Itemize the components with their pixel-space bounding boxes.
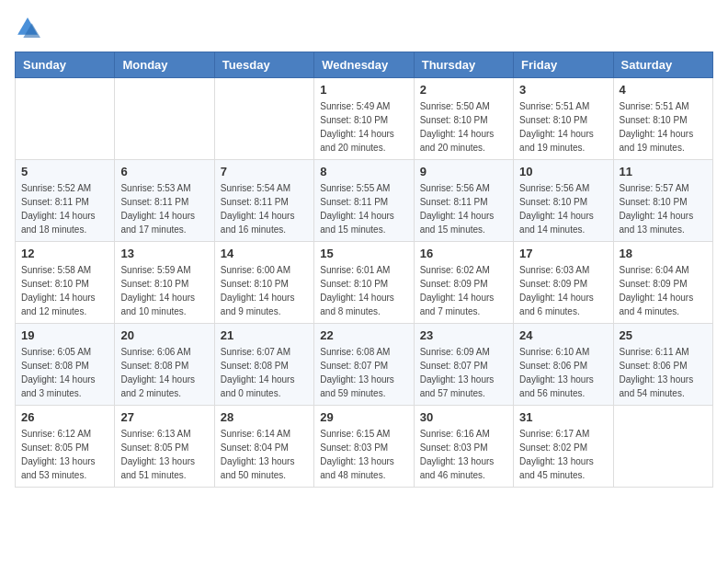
calendar-cell: 8Sunrise: 5:55 AM Sunset: 8:11 PM Daylig… [314,160,414,242]
calendar-cell: 27Sunrise: 6:13 AM Sunset: 8:05 PM Dayli… [115,406,214,488]
day-number: 14 [221,247,308,260]
day-info: Sunrise: 6:10 AM Sunset: 8:06 PM Dayligh… [519,345,607,400]
day-number: 11 [620,165,707,178]
day-number: 9 [420,165,507,178]
day-number: 26 [21,410,108,424]
day-number: 4 [620,83,707,97]
day-number: 2 [420,83,507,97]
calendar-cell: 18Sunrise: 6:04 AM Sunset: 8:09 PM Dayli… [613,242,712,324]
day-info: Sunrise: 6:13 AM Sunset: 8:05 PM Dayligh… [120,427,208,482]
calendar-cell: 19Sunrise: 6:05 AM Sunset: 8:08 PM Dayli… [16,324,115,406]
week-row-3: 19Sunrise: 6:05 AM Sunset: 8:08 PM Dayli… [16,324,713,406]
weekday-header-tuesday: Tuesday [214,52,313,78]
day-number: 5 [21,165,108,178]
calendar-cell [115,78,214,160]
calendar-cell: 30Sunrise: 6:16 AM Sunset: 8:03 PM Dayli… [414,406,513,488]
calendar-cell: 11Sunrise: 5:57 AM Sunset: 8:10 PM Dayli… [613,160,712,242]
day-info: Sunrise: 5:58 AM Sunset: 8:10 PM Dayligh… [21,263,108,318]
day-number: 15 [320,247,407,260]
calendar-cell: 26Sunrise: 6:12 AM Sunset: 8:05 PM Dayli… [16,406,115,488]
weekday-header-row: SundayMondayTuesdayWednesdayThursdayFrid… [16,52,713,78]
day-info: Sunrise: 6:15 AM Sunset: 8:03 PM Dayligh… [320,427,407,482]
day-info: Sunrise: 6:02 AM Sunset: 8:09 PM Dayligh… [420,263,507,318]
day-number: 1 [320,83,407,97]
day-info: Sunrise: 5:56 AM Sunset: 8:10 PM Dayligh… [519,181,607,236]
weekday-header-wednesday: Wednesday [314,52,414,78]
day-info: Sunrise: 5:52 AM Sunset: 8:11 PM Dayligh… [21,181,108,236]
day-number: 23 [420,328,507,342]
day-number: 30 [420,410,507,424]
calendar-table: SundayMondayTuesdayWednesdayThursdayFrid… [15,52,713,488]
calendar-cell: 20Sunrise: 6:06 AM Sunset: 8:08 PM Dayli… [115,324,214,406]
calendar-cell: 22Sunrise: 6:08 AM Sunset: 8:07 PM Dayli… [314,324,414,406]
day-info: Sunrise: 6:00 AM Sunset: 8:10 PM Dayligh… [221,263,308,318]
day-info: Sunrise: 5:55 AM Sunset: 8:11 PM Dayligh… [320,181,407,236]
day-number: 31 [519,410,607,424]
logo-icon [15,15,40,40]
day-info: Sunrise: 6:08 AM Sunset: 8:07 PM Dayligh… [320,345,407,400]
calendar-cell: 10Sunrise: 5:56 AM Sunset: 8:10 PM Dayli… [514,160,613,242]
weekday-header-saturday: Saturday [613,52,712,78]
day-number: 28 [221,410,308,424]
day-number: 19 [21,328,108,342]
calendar-cell: 15Sunrise: 6:01 AM Sunset: 8:10 PM Dayli… [314,242,414,324]
calendar-cell: 24Sunrise: 6:10 AM Sunset: 8:06 PM Dayli… [514,324,613,406]
week-row-0: 1Sunrise: 5:49 AM Sunset: 8:10 PM Daylig… [16,78,713,160]
calendar-cell: 12Sunrise: 5:58 AM Sunset: 8:10 PM Dayli… [16,242,115,324]
day-info: Sunrise: 6:01 AM Sunset: 8:10 PM Dayligh… [320,263,407,318]
day-number: 20 [120,328,208,342]
calendar-cell: 6Sunrise: 5:53 AM Sunset: 8:11 PM Daylig… [115,160,214,242]
week-row-1: 5Sunrise: 5:52 AM Sunset: 8:11 PM Daylig… [16,160,713,242]
week-row-4: 26Sunrise: 6:12 AM Sunset: 8:05 PM Dayli… [16,406,713,488]
day-info: Sunrise: 5:56 AM Sunset: 8:11 PM Dayligh… [420,181,507,236]
calendar-cell: 23Sunrise: 6:09 AM Sunset: 8:07 PM Dayli… [414,324,513,406]
day-number: 27 [120,410,208,424]
day-info: Sunrise: 6:14 AM Sunset: 8:04 PM Dayligh… [221,427,308,482]
calendar-cell: 14Sunrise: 6:00 AM Sunset: 8:10 PM Dayli… [214,242,313,324]
day-info: Sunrise: 5:54 AM Sunset: 8:11 PM Dayligh… [221,181,308,236]
day-info: Sunrise: 5:59 AM Sunset: 8:10 PM Dayligh… [120,263,208,318]
weekday-header-friday: Friday [514,52,613,78]
calendar-cell: 7Sunrise: 5:54 AM Sunset: 8:11 PM Daylig… [214,160,313,242]
calendar-cell [613,406,712,488]
day-number: 12 [21,247,108,260]
day-info: Sunrise: 5:57 AM Sunset: 8:10 PM Dayligh… [620,181,707,236]
day-number: 22 [320,328,407,342]
day-info: Sunrise: 5:51 AM Sunset: 8:10 PM Dayligh… [519,99,607,155]
day-number: 6 [120,165,208,178]
day-number: 3 [519,83,607,97]
day-info: Sunrise: 6:11 AM Sunset: 8:06 PM Dayligh… [620,345,707,400]
day-number: 21 [221,328,308,342]
day-number: 25 [620,328,707,342]
calendar-cell: 13Sunrise: 5:59 AM Sunset: 8:10 PM Dayli… [115,242,214,324]
calendar-cell: 31Sunrise: 6:17 AM Sunset: 8:02 PM Dayli… [514,406,613,488]
logo [15,15,44,40]
day-info: Sunrise: 6:12 AM Sunset: 8:05 PM Dayligh… [21,427,108,482]
weekday-header-monday: Monday [115,52,214,78]
day-number: 29 [320,410,407,424]
day-info: Sunrise: 6:09 AM Sunset: 8:07 PM Dayligh… [420,345,507,400]
weekday-header-sunday: Sunday [16,52,115,78]
calendar-cell: 1Sunrise: 5:49 AM Sunset: 8:10 PM Daylig… [314,78,414,160]
calendar-cell: 17Sunrise: 6:03 AM Sunset: 8:09 PM Dayli… [514,242,613,324]
calendar-cell: 4Sunrise: 5:51 AM Sunset: 8:10 PM Daylig… [613,78,712,160]
day-info: Sunrise: 6:04 AM Sunset: 8:09 PM Dayligh… [620,263,707,318]
calendar-cell: 16Sunrise: 6:02 AM Sunset: 8:09 PM Dayli… [414,242,513,324]
day-info: Sunrise: 5:50 AM Sunset: 8:10 PM Dayligh… [420,99,507,155]
calendar-cell [214,78,313,160]
day-number: 7 [221,165,308,178]
calendar-cell: 25Sunrise: 6:11 AM Sunset: 8:06 PM Dayli… [613,324,712,406]
calendar-cell: 28Sunrise: 6:14 AM Sunset: 8:04 PM Dayli… [214,406,313,488]
calendar-cell: 5Sunrise: 5:52 AM Sunset: 8:11 PM Daylig… [16,160,115,242]
page-header [15,15,713,40]
calendar-cell: 9Sunrise: 5:56 AM Sunset: 8:11 PM Daylig… [414,160,513,242]
calendar-cell: 3Sunrise: 5:51 AM Sunset: 8:10 PM Daylig… [514,78,613,160]
day-info: Sunrise: 5:53 AM Sunset: 8:11 PM Dayligh… [120,181,208,236]
day-number: 16 [420,247,507,260]
day-info: Sunrise: 6:06 AM Sunset: 8:08 PM Dayligh… [120,345,208,400]
day-info: Sunrise: 6:03 AM Sunset: 8:09 PM Dayligh… [519,263,607,318]
day-number: 10 [519,165,607,178]
day-info: Sunrise: 6:05 AM Sunset: 8:08 PM Dayligh… [21,345,108,400]
day-number: 24 [519,328,607,342]
day-number: 13 [120,247,208,260]
